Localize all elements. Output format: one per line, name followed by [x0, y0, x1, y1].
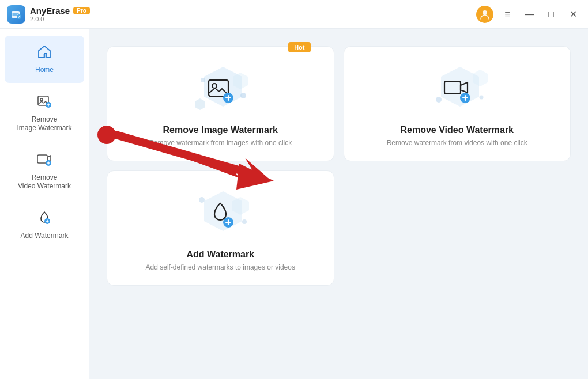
add-watermark-card-title: Add Watermark	[186, 249, 254, 260]
maximize-button[interactable]: □	[543, 6, 559, 22]
remove-image-card-title: Remove Image Watermark	[163, 125, 278, 135]
sidebar: Home RemoveImage Watermark	[0, 29, 89, 379]
bottom-cards-grid: Add Watermark Add self-defined watermark…	[107, 170, 571, 286]
remove-video-icon-area	[428, 64, 486, 116]
add-watermark-card[interactable]: Add Watermark Add self-defined watermark…	[107, 170, 334, 286]
content-area: Hot	[89, 29, 588, 379]
remove-image-icon	[36, 93, 52, 112]
remove-video-icon	[36, 151, 52, 170]
add-watermark-icon	[36, 210, 52, 228]
sidebar-remove-image-label: RemoveImage Watermark	[17, 115, 72, 133]
svg-point-2	[483, 10, 487, 15]
remove-image-card[interactable]: Hot	[107, 46, 334, 161]
remove-image-icon-area	[191, 64, 249, 116]
app-name: AnyErase	[30, 6, 70, 16]
remove-video-card-desc: Remove watermark from videos with one cl…	[387, 139, 527, 147]
svg-point-31	[242, 219, 247, 224]
main-layout: Home RemoveImage Watermark	[0, 29, 588, 379]
menu-button[interactable]: ≡	[499, 6, 515, 22]
app-logo	[7, 5, 25, 24]
svg-point-20	[212, 84, 217, 88]
remove-video-card[interactable]: Remove Video Watermark Remove watermark …	[344, 46, 571, 161]
hot-badge: Hot	[288, 42, 310, 52]
sidebar-add-watermark-label: Add Watermark	[21, 232, 69, 241]
svg-rect-26	[444, 81, 461, 94]
user-avatar[interactable]	[476, 6, 493, 23]
svg-point-17	[240, 93, 246, 98]
home-icon	[36, 44, 52, 62]
svg-point-24	[436, 97, 442, 103]
title-bar: AnyErase Pro 2.0.0 ≡ — □ ✕	[0, 0, 588, 29]
add-watermark-icon-area	[191, 188, 249, 240]
pro-badge: Pro	[73, 7, 90, 14]
sidebar-item-remove-image[interactable]: RemoveImage Watermark	[5, 85, 84, 141]
title-bar-left: AnyErase Pro 2.0.0	[7, 5, 90, 24]
svg-rect-7	[37, 155, 47, 163]
svg-point-5	[40, 98, 43, 101]
svg-point-25	[479, 96, 483, 100]
svg-point-30	[199, 197, 205, 203]
app-name-group: AnyErase Pro 2.0.0	[30, 6, 90, 22]
sidebar-item-remove-video[interactable]: RemoveVideo Watermark	[5, 143, 84, 199]
sidebar-home-label: Home	[35, 66, 54, 75]
app-version: 2.0.0	[30, 16, 90, 22]
add-watermark-card-desc: Add self-defined watermarks to images or…	[146, 263, 295, 271]
add-watermark-card-icon	[206, 200, 234, 228]
sidebar-remove-video-label: RemoveVideo Watermark	[18, 173, 71, 191]
top-cards-grid: Hot	[107, 46, 571, 161]
svg-marker-16	[195, 98, 205, 110]
svg-point-18	[201, 78, 205, 82]
remove-image-card-desc: Remove watermark from images with one cl…	[149, 139, 292, 147]
remove-image-card-icon	[206, 76, 234, 104]
close-button[interactable]: ✕	[565, 6, 581, 22]
remove-video-card-title: Remove Video Watermark	[400, 125, 514, 135]
sidebar-item-add-watermark[interactable]: Add Watermark	[5, 202, 84, 249]
svg-rect-3	[43, 54, 46, 58]
remove-video-card-icon	[443, 76, 471, 104]
sidebar-item-home[interactable]: Home	[5, 36, 84, 83]
minimize-button[interactable]: —	[521, 6, 537, 22]
title-bar-right: ≡ — □ ✕	[476, 6, 581, 23]
